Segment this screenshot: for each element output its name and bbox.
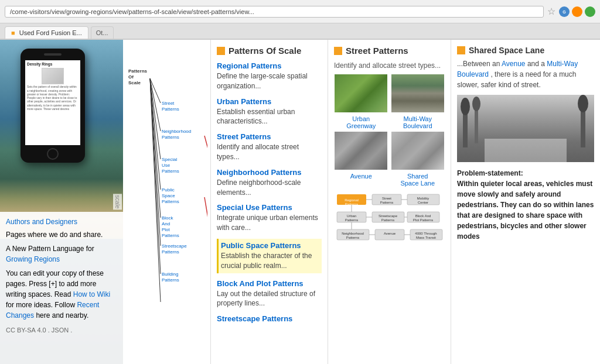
- authors-designers-link[interactable]: Authors and Designers: [6, 218, 77, 226]
- street-patterns-desc: Identify and allocate street types...: [217, 143, 299, 161]
- active-tab[interactable]: ■ Used Ford Fusion E...: [5, 26, 88, 39]
- outer-container: /come-visitors/view/growing-regions/view…: [0, 0, 600, 364]
- edit-text: You can edit your copy of these pages. P…: [6, 268, 117, 321]
- svg-text:Patterns: Patterns: [380, 201, 393, 204]
- svg-text:And: And: [162, 221, 170, 226]
- svg-text:Plot Patterns: Plot Patterns: [413, 218, 433, 222]
- tab-bar: ■ Used Ford Fusion E... Ot...: [0, 23, 600, 40]
- svg-point-2: [574, 8, 581, 15]
- shared-space-lane-item: SharedSpace Lane: [391, 132, 445, 187]
- avenue-link[interactable]: Avenue: [502, 60, 525, 68]
- svg-text:Patterns: Patterns: [162, 107, 179, 112]
- svg-text:Patterns: Patterns: [162, 199, 179, 204]
- urban-patterns-link[interactable]: Urban Patterns: [217, 97, 322, 106]
- patterns-panel-title: Patterns Of Scale: [217, 46, 322, 56]
- shared-space-panel: Shared Space Lane ...Between an Avenue a…: [451, 40, 600, 364]
- svg-text:Street: Street: [162, 101, 175, 106]
- block-plot-patterns-item: Block And Plot Patterns Lay out the deta…: [217, 279, 322, 309]
- phone-screen-title: Density Rings: [27, 62, 79, 67]
- bookmark-icon[interactable]: ☆: [547, 6, 555, 17]
- streetscape-patterns-item: Streetscape Patterns: [217, 314, 322, 323]
- svg-text:Patterns: Patterns: [162, 135, 179, 140]
- shared-space-image: [457, 95, 594, 162]
- svg-text:Patterns: Patterns: [162, 169, 179, 174]
- public-space-patterns-link[interactable]: Public Space Patterns: [221, 241, 319, 250]
- street-patterns-item: Street Patterns Identify and allocate st…: [217, 132, 322, 162]
- svg-text:Plot: Plot: [162, 227, 171, 232]
- street-patterns-panel: Street Patterns Identify and allocate st…: [328, 40, 451, 364]
- patterns-color-square: [217, 47, 225, 55]
- svg-text:Patterns: Patterns: [345, 218, 358, 222]
- multiway-boulevard-caption[interactable]: Multi-WayBoulevard: [391, 115, 445, 129]
- middle-diagram-panel: Patterns Of Scale Street Patterns Neighb…: [123, 40, 211, 364]
- urban-greenway-caption[interactable]: UrbanGreenway: [334, 115, 388, 129]
- svg-text:Patterns: Patterns: [162, 233, 179, 238]
- svg-text:Streetscape: Streetscape: [379, 214, 398, 218]
- url-bar[interactable]: /come-visitors/view/growing-regions/view…: [5, 6, 544, 18]
- growing-regions-link[interactable]: Growing Regions: [6, 255, 60, 263]
- svg-point-3: [587, 8, 594, 15]
- urban-patterns-item: Urban Patterns Establish essential urban…: [217, 97, 322, 127]
- left-photo-panel: Density Rings Sets the pattern of overal…: [0, 40, 123, 364]
- browser-icons: G: [559, 6, 595, 17]
- special-use-patterns-desc: Integrate unique urban elements with car…: [217, 214, 318, 232]
- phone-screen-body: Sets the pattern of overall density with…: [27, 85, 79, 111]
- network-diagram: Regional Patterns Street Patterns Mobili…: [334, 191, 445, 267]
- svg-text:G: G: [562, 10, 566, 14]
- license-text: CC BY-SA 4.0 . JSON .: [6, 325, 117, 335]
- special-use-patterns-item: Special Use Patterns Integrate unique ur…: [217, 203, 322, 233]
- svg-text:Of: Of: [128, 74, 134, 80]
- svg-text:Center: Center: [418, 201, 428, 204]
- avenue-item: Avenue: [334, 132, 388, 187]
- avenue-caption[interactable]: Avenue: [334, 173, 388, 180]
- neighborhood-patterns-item: Neighborhood Patterns Define neighborhoo…: [217, 168, 322, 198]
- block-plot-patterns-link[interactable]: Block And Plot Patterns: [217, 279, 322, 288]
- phone-illustration: Density Rings Sets the pattern of overal…: [21, 49, 85, 163]
- main-content: Density Rings Sets the pattern of overal…: [0, 40, 600, 364]
- patterns-title-text: Patterns Of Scale: [229, 46, 301, 56]
- block-plot-patterns-desc: Lay out the detailed structure of proper…: [217, 290, 315, 308]
- svg-text:Neighborhood: Neighborhood: [162, 129, 191, 134]
- neighborhood-patterns-link[interactable]: Neighborhood Patterns: [217, 168, 322, 177]
- svg-text:Avenue: Avenue: [384, 232, 396, 235]
- shared-color-square: [457, 46, 465, 54]
- other-tab[interactable]: Ot...: [91, 26, 114, 39]
- svg-text:Streetscape: Streetscape: [162, 243, 187, 249]
- hierarchy-diagram: Patterns Of Scale Street Patterns Neighb…: [125, 44, 207, 355]
- streetscape-patterns-link[interactable]: Streetscape Patterns: [217, 314, 322, 323]
- pattern-language-text: A New Pattern Language for Growing Regio…: [6, 243, 117, 265]
- street-patterns-link[interactable]: Street Patterns: [217, 132, 322, 141]
- special-use-patterns-link[interactable]: Special Use Patterns: [217, 203, 322, 212]
- browser-icon-2: [572, 6, 582, 17]
- street-panel-title: Street Patterns: [334, 46, 445, 56]
- patterns-of-scale-panel: Patterns Of Scale Regional Patterns Defi…: [211, 40, 328, 364]
- svg-text:Regional: Regional: [345, 198, 359, 202]
- street-images-grid: UrbanGreenway Multi-WayBoulevard Avenue …: [334, 74, 445, 187]
- svg-text:Street: Street: [382, 197, 391, 200]
- shared-intro-text: ...Between an Avenue and a Multi-Way Bou…: [457, 59, 594, 90]
- multiway-boulevard-item: Multi-WayBoulevard: [391, 74, 445, 129]
- shared-title-text: Shared Space Lane: [469, 46, 544, 55]
- svg-text:Mobility: Mobility: [417, 197, 429, 200]
- public-space-patterns-desc: Establish the character of the crucial p…: [221, 252, 312, 270]
- street-intro: Identify and allocate street types...: [334, 61, 445, 70]
- multiway-boulevard-image: [391, 74, 444, 112]
- svg-text:Patterns: Patterns: [162, 249, 179, 255]
- shared-space-lane-image: [391, 132, 444, 170]
- svg-text:Neighborhood: Neighborhood: [342, 232, 364, 235]
- svg-text:Block: Block: [162, 215, 174, 221]
- svg-text:Urban: Urban: [347, 214, 356, 218]
- shared-space-lane-caption[interactable]: SharedSpace Lane: [391, 173, 445, 187]
- regional-patterns-item: Regional Patterns Define the large-scale…: [217, 61, 322, 91]
- browser-icon-1: G: [559, 6, 570, 17]
- street-color-square: [334, 47, 342, 55]
- regional-patterns-desc: Define the large-scale spatial organizat…: [217, 72, 308, 90]
- street-title-text: Street Patterns: [346, 46, 408, 56]
- svg-text:Space: Space: [162, 193, 175, 198]
- svg-text:Special: Special: [162, 157, 177, 162]
- regional-patterns-link[interactable]: Regional Patterns: [217, 61, 322, 70]
- svg-text:Patterns: Patterns: [346, 236, 359, 239]
- how-to-wiki-link[interactable]: How to Wiki: [73, 290, 110, 298]
- browser-icon-3: [585, 6, 595, 17]
- svg-text:Use: Use: [162, 163, 171, 168]
